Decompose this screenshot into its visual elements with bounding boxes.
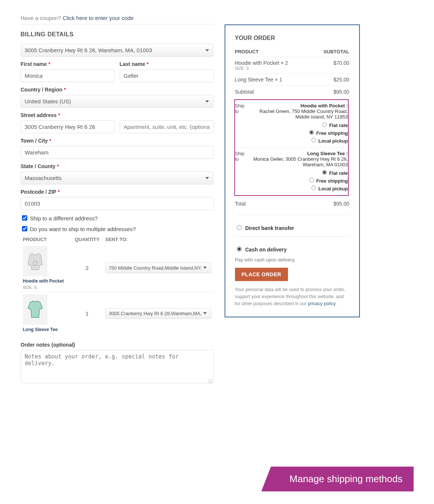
shipping-option-radio[interactable] xyxy=(322,122,327,127)
coupon-link[interactable]: Click here to enter your code xyxy=(63,15,134,21)
ship-to-row: Ship to Hoodie with Pocket :Rachel Green… xyxy=(235,100,348,148)
shipping-option-radio[interactable] xyxy=(311,138,316,142)
ship-diff-label: Ship to a different address? xyxy=(30,215,98,221)
hoodie-icon xyxy=(24,250,46,272)
pay-option[interactable]: Cash on delivery xyxy=(235,243,349,255)
col-subtotal: SUBTOTAL xyxy=(312,47,349,57)
col-qty: QUANTITY xyxy=(71,235,103,244)
country-select[interactable]: United States (US) xyxy=(21,95,213,108)
product-name[interactable]: Long Sleeve Tee xyxy=(23,327,69,332)
resize-handle-icon[interactable] xyxy=(208,379,212,383)
shipping-option-radio[interactable] xyxy=(322,170,327,174)
table-row: Hoodie with Pocket SIZE: S 2 750 Middle … xyxy=(21,244,213,292)
divider xyxy=(21,24,213,24)
first-name-input[interactable] xyxy=(21,69,115,82)
privacy-note: Your personal data will be used to proce… xyxy=(235,286,349,307)
product-name[interactable]: Hoodie with Pocket xyxy=(23,278,69,284)
notes-label: Order notes (optional) xyxy=(21,342,213,348)
privacy-policy-link[interactable]: privacy policy xyxy=(308,301,335,306)
pay-option[interactable]: Direct bank transfer xyxy=(235,222,349,233)
ship-multi-label: Do you want to ship to multiple addresse… xyxy=(30,226,136,232)
sent-to-select[interactable]: 750 Middle Country Road,Middle Island,NY… xyxy=(105,263,211,273)
sent-to-select[interactable]: 3005 Cranberry Hwy Rt 6 28,Wareham,MA, xyxy=(105,308,211,319)
qty-cell: 2 xyxy=(71,244,103,292)
place-order-button[interactable]: PLACE ORDER xyxy=(235,268,288,281)
apt-input[interactable] xyxy=(120,120,213,133)
shipping-option-radio[interactable] xyxy=(309,178,314,182)
pay-description: Pay with cash upon delivery. xyxy=(235,257,349,263)
order-line: Long Sleeve Tee × 1$25.00 xyxy=(235,74,349,86)
state-label: State / County * xyxy=(21,163,213,169)
subtotal-value: $95.00 xyxy=(312,86,349,98)
ship-diff-checkbox[interactable] xyxy=(22,215,27,220)
ship-multi-checkbox[interactable] xyxy=(22,226,27,231)
city-input[interactable] xyxy=(21,146,213,159)
country-label: Country / Region * xyxy=(21,87,213,93)
total-value: $95.00 xyxy=(282,198,349,210)
qty-cell: 1 xyxy=(71,292,103,335)
coupon-prompt: Have a coupon? Click here to enter your … xyxy=(21,15,213,21)
shipping-option-radio[interactable] xyxy=(309,130,314,134)
last-name-input[interactable] xyxy=(120,69,213,82)
zip-label: Postcode / ZIP * xyxy=(21,189,213,195)
table-row: Long Sleeve Tee 1 3005 Cranberry Hwy Rt … xyxy=(21,292,213,335)
product-thumb xyxy=(23,294,47,325)
product-size: SIZE: S xyxy=(23,285,69,290)
product-thumb xyxy=(23,246,47,276)
street-label: Street address * xyxy=(21,112,213,118)
order-notes-input[interactable] xyxy=(21,350,213,383)
col-product: PRODUCT xyxy=(21,235,71,244)
subtotal-label: Subtotal xyxy=(235,86,312,98)
col-product: PRODUCT xyxy=(235,47,312,57)
multi-address-table: PRODUCT QUANTITY SENT TO: Hoodie with Po… xyxy=(21,235,213,334)
order-heading: YOUR ORDER xyxy=(235,35,349,41)
street-input[interactable] xyxy=(21,120,115,133)
saved-address-select[interactable]: 3005 Cranberry Hwy Rt 6 28, Wareham, MA,… xyxy=(21,44,213,57)
shipping-option-radio[interactable] xyxy=(311,186,316,190)
state-select[interactable]: Massachusetts xyxy=(21,171,213,184)
zip-input[interactable] xyxy=(21,197,213,210)
col-sent: SENT TO: xyxy=(103,235,213,244)
city-label: Town / City * xyxy=(21,138,213,144)
order-line: Hoodie with Pocket × 2SIZE: S$70.00 xyxy=(235,57,349,74)
total-label: Total xyxy=(235,198,282,210)
last-name-label: Last name * xyxy=(120,61,213,67)
first-name-label: First name * xyxy=(21,61,115,67)
order-summary-box: YOUR ORDER PRODUCTSUBTOTAL Hoodie with P… xyxy=(225,24,360,317)
billing-heading: BILLING DETAILS xyxy=(21,31,213,38)
tee-icon xyxy=(24,299,46,320)
ship-to-row: Ship to Long Sleeve Tee :Monica Geller, … xyxy=(235,148,348,196)
